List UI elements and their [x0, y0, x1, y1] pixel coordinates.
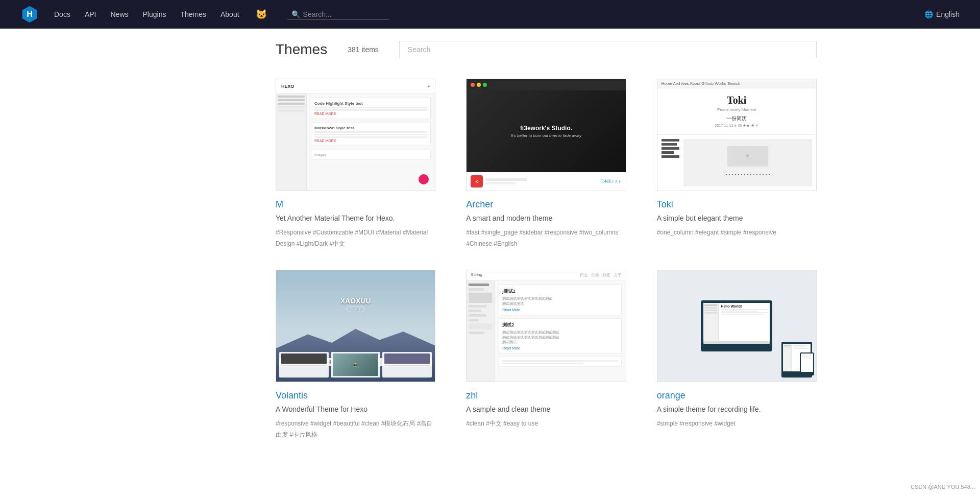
theme-card-toki[interactable]: Home Archives About Github Works Search …	[657, 79, 817, 249]
theme-thumbnail-orange: Hello World!	[657, 270, 817, 382]
theme-name-zhl: zhl	[466, 390, 626, 401]
nav-about[interactable]: About	[220, 10, 239, 18]
theme-card-zhl[interactable]: Stiring 日志分类标签关于	[466, 270, 626, 440]
nav-themes[interactable]: Themes	[180, 10, 206, 18]
nav-news[interactable]: News	[110, 10, 128, 18]
page-header: Themes 381 items	[276, 41, 817, 58]
search-icon: 🔍	[291, 10, 300, 18]
theme-card-m[interactable]: HEXO ●	[276, 79, 435, 249]
nav-plugins[interactable]: Plugins	[143, 10, 166, 18]
navbar: H Docs API News Plugins Themes About 🐱 🔍…	[0, 0, 980, 29]
theme-tags-orange: #simple #responsive #widget	[657, 418, 817, 430]
theme-tags-zhl: #clean #中文 #easy to use	[466, 418, 626, 430]
theme-desc-orange: A simple theme for recording life.	[657, 405, 817, 413]
language-label: English	[936, 10, 960, 18]
themes-grid: HEXO ●	[276, 79, 817, 440]
theme-thumbnail-zhl: Stiring 日志分类标签关于	[466, 270, 626, 382]
page-title: Themes	[276, 41, 327, 58]
theme-desc-archer: A smart and modern theme	[466, 214, 626, 222]
navbar-links: Docs API News Plugins Themes About 🐱 🔍	[54, 9, 924, 20]
logo[interactable]: H	[20, 5, 39, 23]
theme-desc-volantis: A Wonderful Theme for Hexo	[276, 405, 435, 413]
theme-name-m: M	[276, 199, 435, 210]
nav-api[interactable]: API	[85, 10, 96, 18]
main-content: Themes 381 items HEXO ●	[133, 0, 847, 440]
orange-phone-mockup	[800, 352, 814, 375]
theme-name-archer: Archer	[466, 199, 626, 210]
theme-thumbnail-toki: Home Archives About Github Works Search …	[657, 79, 817, 191]
theme-card-archer[interactable]: fi3ework's Studio. It's better to burn o…	[466, 79, 626, 249]
navbar-search-input[interactable]	[303, 10, 385, 18]
volantis-hero-text: XAOXUU Search	[340, 296, 371, 311]
nav-docs[interactable]: Docs	[54, 10, 70, 18]
item-count: 381 items	[348, 45, 379, 54]
cat-icon-button[interactable]: 🐱	[254, 9, 269, 20]
theme-thumbnail-m: HEXO ●	[276, 79, 435, 191]
theme-tags-toki: #one_column #elegant #simple #responsive	[657, 227, 817, 239]
themes-search-input[interactable]	[399, 41, 817, 58]
orange-desktop-mockup: Hello World!	[701, 300, 772, 351]
globe-icon: 🌐	[924, 10, 933, 18]
navbar-search-container: 🔍	[287, 9, 389, 20]
theme-tags-archer: #fast #single_page #sidebar #responsive …	[466, 227, 626, 249]
theme-card-orange[interactable]: Hello World!	[657, 270, 817, 440]
theme-card-volantis[interactable]: XAOXUU Search 我最近开始思考... 一段描述文字 📸	[276, 270, 435, 440]
theme-tags-volantis: #responsive #widget #beautiful #clean #模…	[276, 418, 435, 440]
theme-desc-toki: A simple but elegant theme	[657, 214, 817, 222]
theme-name-volantis: Volantis	[276, 390, 435, 401]
theme-name-toki: Toki	[657, 199, 817, 210]
theme-desc-m: Yet Another Material Theme for Hexo.	[276, 214, 435, 222]
theme-thumbnail-volantis: XAOXUU Search 我最近开始思考... 一段描述文字 📸	[276, 270, 435, 382]
theme-tags-m: #Responsive #Customizable #MDUI #Materia…	[276, 227, 435, 249]
svg-text:H: H	[27, 9, 33, 18]
language-selector[interactable]: 🌐 English	[924, 10, 960, 18]
theme-thumbnail-archer: fi3ework's Studio. It's better to burn o…	[466, 79, 626, 191]
theme-desc-zhl: A sample and clean theme	[466, 405, 626, 413]
theme-name-orange: orange	[657, 390, 817, 401]
